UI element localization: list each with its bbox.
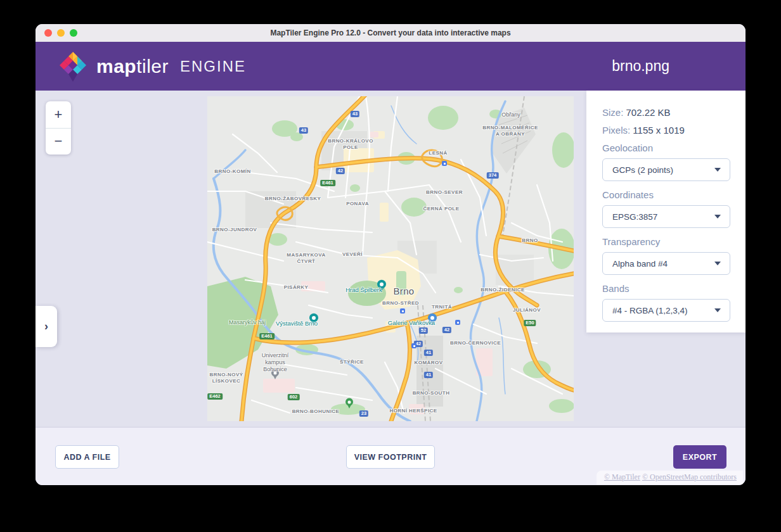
road-shield: 374: [487, 172, 499, 179]
map-label: BRNO-SOUTH: [413, 390, 450, 396]
map-label: HORNÍ HERŠPICE: [389, 408, 437, 414]
file-pixels-row: Pixels: 1155 x 1019: [602, 125, 730, 136]
map-label: ŠTÝŘICE: [340, 359, 364, 365]
pixels-label: Pixels:: [602, 125, 630, 136]
road-shield: E461: [259, 333, 274, 339]
product-name: ENGINE: [180, 58, 246, 75]
poi-label: Galerie Vaňkovka: [388, 319, 435, 326]
titlebar: MapTiler Engine Pro 12.0 - Convert your …: [36, 24, 746, 42]
zoom-window-button[interactable]: [70, 29, 77, 37]
road-shield: 41: [424, 372, 433, 378]
map-label: KOMÁROV: [415, 360, 443, 366]
map-label: BRNO-STŘED: [382, 300, 419, 307]
road-shield: 23: [359, 410, 368, 417]
size-value: 702.22 KB: [626, 107, 671, 118]
map-label: TRNITÁ: [432, 304, 452, 310]
chevron-down-icon: [714, 215, 721, 218]
app-window: MapTiler Engine Pro 12.0 - Convert your …: [36, 24, 746, 485]
map-label: BRNO: [522, 238, 538, 244]
traffic-lights: [44, 24, 77, 42]
road-shield: 43: [299, 127, 308, 134]
road-shield: 42: [442, 327, 451, 333]
transit-icon: [400, 308, 405, 314]
map-label: BRNO-ŽIDENICE: [481, 287, 524, 293]
map-label: BRNO-BOHUNICE: [292, 408, 340, 415]
map-label: LESNÁ: [429, 150, 447, 156]
map-label: BRNO-SEVER: [426, 189, 463, 196]
road-shield: 41: [424, 350, 433, 356]
file-info-panel: Size: 702.22 KB Pixels: 1155 x 1019 Geol…: [586, 91, 746, 332]
map-label: BRNO-ŽABOVŘESKY: [265, 196, 321, 202]
map-attribution: © MapTiler © OpenStreetMap contributors: [597, 471, 743, 484]
window-title: MapTiler Engine Pro 12.0 - Convert your …: [270, 28, 510, 37]
osm-attribution-link[interactable]: © OpenStreetMap contributors: [642, 472, 737, 481]
transparency-value: Alpha band #4: [612, 259, 668, 269]
coordinates-value: EPSG:3857: [612, 212, 657, 222]
map-label: BRNO-MALOMĚŘICE A OBŘANY: [482, 125, 538, 137]
road-shield: 602: [288, 394, 300, 400]
map-label: BRNO-ČERNOVICE: [450, 340, 501, 346]
geolocation-dropdown[interactable]: GCPs (2 points): [602, 158, 730, 181]
zoom-out-button[interactable]: −: [46, 129, 71, 155]
transparency-dropdown[interactable]: Alpha band #4: [602, 252, 730, 275]
transparency-label: Transparency: [602, 236, 730, 247]
map-label: Obřany: [501, 111, 520, 118]
map-label: ČERNÁ POLE: [423, 206, 460, 212]
coordinates-dropdown[interactable]: EPSG:3857: [602, 205, 730, 228]
maptiler-logo: maptiler ENGINE: [58, 49, 246, 84]
road-shield: E461: [320, 180, 335, 186]
map-label: PISÁRKY: [284, 284, 309, 291]
app-header: maptiler ENGINE brno.png: [36, 42, 746, 91]
map-label: VEVEŘÍ: [342, 251, 363, 258]
map-label: Masarykův háj: [229, 319, 266, 326]
map-canvas[interactable]: BRNO-KOMÍNBRNO-ŽABOVŘESKYBRNO-JUNDROVBRN…: [207, 96, 574, 421]
map-label: Brno: [394, 286, 415, 297]
view-footprint-button[interactable]: VIEW FOOTPRINT: [346, 445, 435, 469]
poi-label: Výstaviště Brno: [276, 320, 318, 327]
export-button[interactable]: EXPORT: [673, 445, 726, 469]
chevron-down-icon: [714, 168, 721, 172]
chevron-down-icon: [714, 308, 721, 312]
road-shield: 52: [419, 327, 428, 334]
bands-value: #4 - RGBA (1,2,3,4): [612, 306, 688, 315]
main-area: BRNO-KOMÍNBRNO-ŽABOVŘESKYBRNO-JUNDROVBRN…: [36, 91, 746, 428]
poi-label: Hrad Špilberk: [345, 286, 382, 293]
map-label: PONAVA: [346, 201, 369, 207]
maptiler-attribution-link[interactable]: © MapTiler: [604, 472, 640, 481]
transit-icon: [442, 161, 447, 166]
size-label: Size:: [602, 107, 623, 118]
minimize-window-button[interactable]: [57, 29, 65, 37]
transit-icon: [455, 320, 460, 325]
map-label: Univerzitní kampus Bohunice: [262, 352, 289, 372]
transit-icon: [411, 343, 416, 348]
map-label: JULIÁNOV: [513, 307, 541, 314]
road-shield: E50: [524, 320, 536, 326]
maptiler-pin-icon: [58, 49, 87, 84]
map-label: BRNO-JUNDROV: [212, 227, 257, 233]
map-label: BRNO-KOMÍN: [214, 168, 250, 175]
map-zoom-control: + −: [46, 101, 71, 155]
close-window-button[interactable]: [44, 29, 52, 37]
brand-wordmark: maptiler: [96, 56, 169, 77]
bands-label: Bands: [602, 283, 730, 294]
geolocation-label: Geolocation: [602, 142, 730, 153]
road-shield: 42: [336, 168, 345, 174]
road-shield: 43: [351, 111, 359, 117]
geolocation-value: GCPs (2 points): [612, 165, 673, 175]
brand-tiler: tiler: [136, 56, 169, 77]
file-size-row: Size: 702.22 KB: [602, 107, 730, 118]
coordinates-label: Coordinates: [602, 189, 730, 200]
road-shield: E462: [207, 393, 223, 400]
map-label: BRNO-KRÁLOVO POLE: [328, 138, 373, 150]
add-file-button[interactable]: ADD A FILE: [55, 445, 119, 469]
map-label: MASARYKOVA ČTVRŤ: [287, 252, 325, 264]
expand-sidebar-button[interactable]: ›: [36, 306, 57, 347]
brand-map: map: [96, 56, 136, 77]
map-labels-layer: BRNO-KOMÍNBRNO-ŽABOVŘESKYBRNO-JUNDROVBRN…: [207, 96, 574, 421]
screen-background: MapTiler Engine Pro 12.0 - Convert your …: [0, 0, 781, 532]
bands-dropdown[interactable]: #4 - RGBA (1,2,3,4): [602, 299, 730, 322]
map-label: BRNO-NOVÝ LÍSKOVEC: [210, 372, 243, 384]
chevron-down-icon: [714, 262, 721, 265]
zoom-in-button[interactable]: +: [46, 101, 71, 128]
pixels-value: 1155 x 1019: [633, 125, 684, 136]
